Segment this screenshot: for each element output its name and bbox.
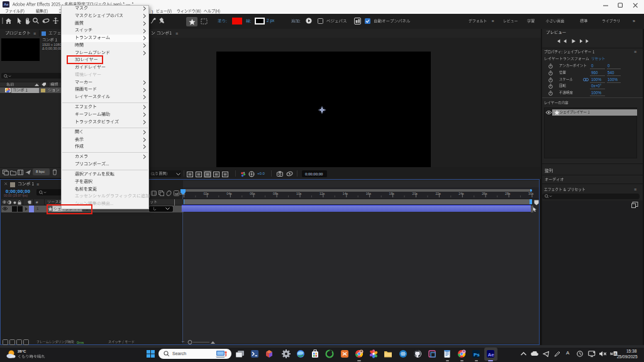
svg-text:Ae: Ae xyxy=(488,352,495,358)
svg-text:A: A xyxy=(614,352,616,356)
svg-text:Ps: Ps xyxy=(474,352,480,358)
